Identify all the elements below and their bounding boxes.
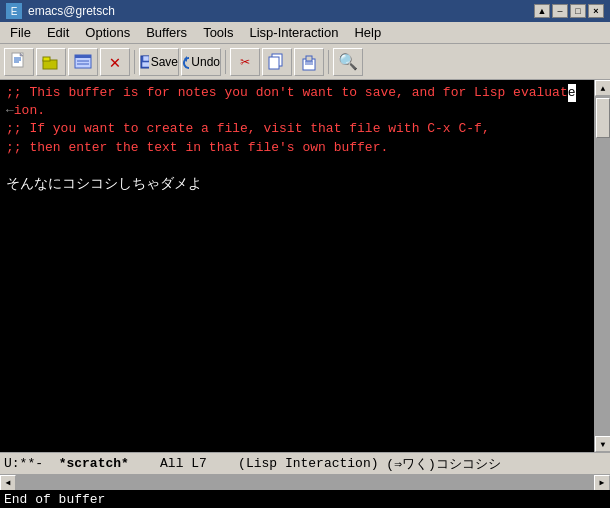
restore-button[interactable]: – <box>552 4 568 18</box>
comment-line-3: ;; then enter the text in that file's ow… <box>6 140 388 155</box>
toolbar-sep-1 <box>134 50 135 74</box>
menu-buffers[interactable]: Buffers <box>138 23 195 42</box>
editor-content[interactable]: ;; This buffer is for notes you don't wa… <box>0 80 594 452</box>
cut-button[interactable]: ✂ <box>230 48 260 76</box>
major-mode: (Lisp Interaction) <box>238 456 378 471</box>
toolbar-sep-2 <box>225 50 226 74</box>
echo-text: End of buffer <box>4 492 105 507</box>
status-bar: U:**- *scratch* All L7 (Lisp Interaction… <box>0 452 610 474</box>
hscroll-right-button[interactable]: ▶ <box>594 475 610 491</box>
scroll-thumb[interactable] <box>596 98 610 138</box>
menu-file[interactable]: File <box>2 23 39 42</box>
menu-lisp-interaction[interactable]: Lisp-Interaction <box>241 23 346 42</box>
svg-rect-6 <box>43 57 50 61</box>
paste-button[interactable] <box>294 48 324 76</box>
window-controls: ▲ – □ × <box>534 4 604 18</box>
close-button[interactable]: × <box>588 4 604 18</box>
hscroll-left-button[interactable]: ◀ <box>0 475 16 491</box>
position: All L7 <box>160 456 207 471</box>
menu-tools[interactable]: Tools <box>195 23 241 42</box>
scroll-down-button[interactable]: ▼ <box>595 436 610 452</box>
echo-area: End of buffer <box>0 490 610 508</box>
japanese-line: そんなにコシコシしちゃダメよ <box>6 176 202 192</box>
hscroll-track[interactable] <box>16 475 594 491</box>
title-bar: E emacs@gretsch ▲ – □ × <box>0 0 610 22</box>
svg-rect-12 <box>143 56 149 61</box>
comment-line-2: ;; If you want to create a file, visit t… <box>6 121 490 136</box>
svg-rect-18 <box>306 56 312 61</box>
floppy-icon <box>140 55 149 69</box>
open-file-button[interactable] <box>36 48 66 76</box>
comment-line-1: ;; This buffer is for notes you don't wa… <box>6 85 576 118</box>
undo-icon <box>182 55 189 69</box>
toolbar-sep-3 <box>328 50 329 74</box>
kill-buffer-button[interactable]: ✕ <box>100 48 130 76</box>
search-button[interactable]: 🔍 <box>333 48 363 76</box>
copy-icon <box>268 53 286 71</box>
window-title: emacs@gretsch <box>28 4 115 18</box>
mode-indicator: U:**- <box>4 456 43 471</box>
vertical-scrollbar: ▲ ▼ <box>594 80 610 452</box>
maximize-button[interactable]: □ <box>570 4 586 18</box>
new-file-icon <box>9 52 29 72</box>
horizontal-scrollbar: ◀ ▶ <box>0 474 610 490</box>
buffer-name: *scratch* <box>59 456 129 471</box>
editor-text: ;; This buffer is for notes you don't wa… <box>6 84 588 195</box>
undo-button[interactable]: Undo <box>181 48 221 76</box>
app-icon: E <box>6 3 22 19</box>
menu-bar: File Edit Options Buffers Tools Lisp-Int… <box>0 22 610 44</box>
menu-options[interactable]: Options <box>77 23 138 42</box>
minor-modes: (⇒ワく)コシコシシ <box>386 455 500 473</box>
menu-edit[interactable]: Edit <box>39 23 77 42</box>
editor-wrapper: ;; This buffer is for notes you don't wa… <box>0 80 610 452</box>
scroll-up-button[interactable]: ▲ <box>595 80 610 96</box>
new-file-button[interactable] <box>4 48 34 76</box>
dired-icon <box>73 52 93 72</box>
minimize-button[interactable]: ▲ <box>534 4 550 18</box>
save-button[interactable]: Save <box>139 48 179 76</box>
svg-rect-16 <box>269 57 279 69</box>
menu-help[interactable]: Help <box>346 23 389 42</box>
svg-rect-13 <box>142 62 149 67</box>
open-file-icon <box>41 52 61 72</box>
scroll-track[interactable] <box>595 96 610 436</box>
dired-button[interactable] <box>68 48 98 76</box>
copy-button[interactable] <box>262 48 292 76</box>
undo-label: Undo <box>191 55 220 69</box>
save-label: Save <box>151 55 178 69</box>
paste-icon <box>300 53 318 71</box>
toolbar: ✕ Save Undo ✂ <box>0 44 610 80</box>
svg-rect-8 <box>75 55 91 58</box>
